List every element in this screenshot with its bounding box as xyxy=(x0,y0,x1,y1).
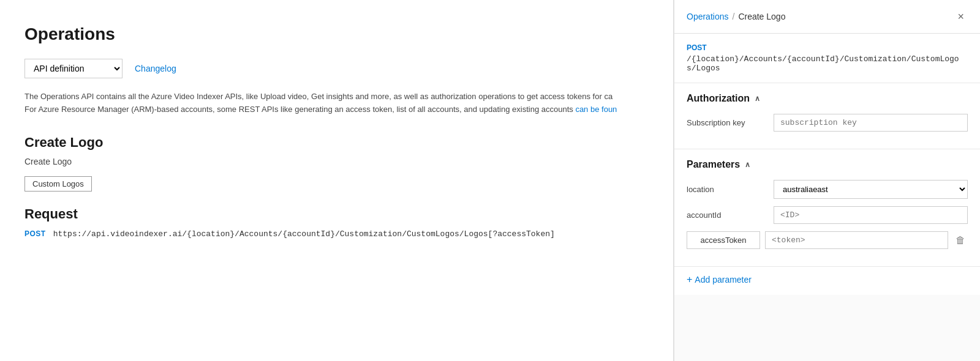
authorization-section: Authorization ∧ Subscription key xyxy=(674,83,980,149)
breadcrumb-separator: / xyxy=(732,12,734,21)
breadcrumb-current: Create Logo xyxy=(738,12,785,21)
account-id-row: accountId xyxy=(687,206,968,224)
create-logo-subtitle: Create Logo xyxy=(24,157,649,166)
subscription-key-input[interactable] xyxy=(774,114,968,132)
close-button[interactable]: × xyxy=(954,9,968,24)
request-method: POST xyxy=(24,229,46,238)
parameters-header[interactable]: Parameters ∧ xyxy=(687,159,968,170)
breadcrumb: Operations / Create Logo xyxy=(687,12,785,21)
location-row: location australiaeasteastuswestuseastus… xyxy=(687,180,968,199)
page-title: Operations xyxy=(24,24,649,44)
add-parameter-label: Add parameter xyxy=(695,275,752,285)
access-token-label: accessToken xyxy=(687,231,760,249)
left-panel: Operations API definitionSwagger 2.0Open… xyxy=(0,0,674,361)
endpoint-method: POST xyxy=(687,43,968,52)
authorization-header[interactable]: Authorization ∧ xyxy=(687,93,968,104)
access-token-row: accessToken 🗑 xyxy=(687,231,968,249)
plus-icon: + xyxy=(687,274,692,285)
subscription-key-row: Subscription key xyxy=(687,114,968,132)
right-panel: Operations / Create Logo × POST /{locati… xyxy=(674,0,980,361)
access-token-input[interactable] xyxy=(765,231,948,249)
request-title: Request xyxy=(24,206,649,222)
api-definition-select[interactable]: API definitionSwagger 2.0OpenAPI 3.0 xyxy=(24,59,123,78)
changelog-link[interactable]: Changelog xyxy=(135,64,176,73)
location-label: location xyxy=(687,185,766,194)
custom-logos-tag[interactable]: Custom Logos xyxy=(24,176,92,192)
description-link[interactable]: can be foun xyxy=(575,105,617,114)
request-row: POST https://api.videoindexer.ai/{locati… xyxy=(24,229,649,239)
location-select[interactable]: australiaeasteastuswestuseastus2northeur… xyxy=(774,180,968,199)
endpoint-section: POST /{location}/Accounts/{accountId}/Cu… xyxy=(674,34,980,83)
account-id-input[interactable] xyxy=(774,206,968,224)
breadcrumb-operations-link[interactable]: Operations xyxy=(687,12,728,21)
add-parameter-row: + Add parameter xyxy=(674,267,980,295)
request-url: https://api.videoindexer.ai/{location}/A… xyxy=(53,229,555,239)
subscription-key-label: Subscription key xyxy=(687,118,766,127)
delete-access-token-button[interactable]: 🗑 xyxy=(953,233,968,248)
endpoint-path: /{location}/Accounts/{accountId}/Customi… xyxy=(687,54,968,73)
description-text: The Operations API contains all the Azur… xyxy=(24,91,637,116)
authorization-title: Authorization xyxy=(687,93,750,104)
parameters-collapse-icon: ∧ xyxy=(745,160,750,169)
toolbar: API definitionSwagger 2.0OpenAPI 3.0 Cha… xyxy=(24,59,649,78)
add-parameter-button[interactable]: + Add parameter xyxy=(687,274,752,285)
authorization-collapse-icon: ∧ xyxy=(755,94,760,103)
create-logo-title: Create Logo xyxy=(24,135,649,151)
parameters-section: Parameters ∧ location australiaeasteastu… xyxy=(674,149,980,267)
account-id-label: accountId xyxy=(687,210,766,220)
parameters-title: Parameters xyxy=(687,159,740,170)
right-header: Operations / Create Logo × xyxy=(674,0,980,34)
